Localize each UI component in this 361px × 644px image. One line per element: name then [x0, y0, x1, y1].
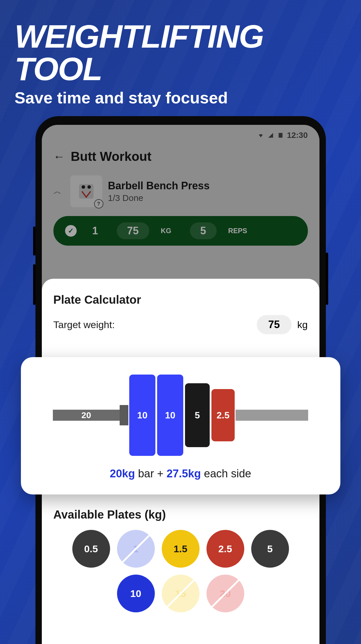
collar	[120, 405, 128, 425]
barbell-visualization: 20 10 10 5 2.5	[33, 375, 329, 456]
summary-end-text: each side	[201, 467, 251, 480]
signal-icon	[267, 132, 275, 138]
exercise-progress: 1/3 Done	[108, 193, 308, 203]
set-row[interactable]: ✓ 1 75 KG 5 REPS	[53, 216, 308, 246]
set-number: 1	[92, 225, 98, 237]
plate-chip-2-5[interactable]: 2.5	[206, 530, 244, 568]
exercise-card[interactable]: ︿ Barbell Bench Press 1/3 Done	[42, 172, 319, 216]
svg-rect-0	[279, 133, 282, 138]
available-plates-title: Available Plates (kg)	[53, 508, 308, 521]
plate-visualization-card: 20 10 10 5 2.5 20kg bar + 27.5kg each si…	[21, 357, 340, 494]
plate-10kg: 10	[157, 375, 183, 456]
volume-up-button	[33, 226, 35, 256]
set-weight-unit: KG	[161, 227, 171, 235]
back-arrow-icon[interactable]: ←	[53, 150, 65, 163]
exercise-illustration-icon	[76, 181, 96, 202]
summary-bar-weight: 20kg	[110, 467, 135, 480]
set-reps-unit: REPS	[228, 227, 247, 235]
plate-chip-1-5[interactable]: 1.5	[162, 530, 200, 568]
set-weight-value[interactable]: 75	[117, 222, 149, 239]
status-time: 12:30	[287, 131, 308, 140]
battery-icon	[276, 132, 285, 138]
target-weight-unit: kg	[297, 319, 308, 330]
chevron-up-icon[interactable]: ︿	[53, 186, 64, 197]
plate-chip-5[interactable]: 5	[251, 530, 289, 568]
target-weight-label: Target weight:	[53, 319, 115, 330]
set-reps-value[interactable]: 5	[190, 222, 217, 239]
plate-2-5kg: 2.5	[211, 389, 235, 441]
hero-subtitle: Save time and stay focused	[15, 88, 346, 107]
svg-point-2	[82, 185, 85, 189]
page-title: Butt Workout	[71, 149, 152, 164]
wifi-icon	[257, 132, 265, 138]
summary-side-weight: 27.5kg	[166, 467, 201, 480]
hero-title: WEIGHTLIFTING TOOL	[15, 20, 346, 85]
check-icon[interactable]: ✓	[65, 225, 77, 237]
plate-5kg: 5	[185, 383, 210, 447]
summary-mid-text: bar +	[135, 467, 167, 480]
volume-down-button	[33, 264, 35, 305]
sheet-title: Plate Calculator	[53, 293, 308, 306]
app-header: ← Butt Workout	[42, 146, 319, 172]
plate-chip-1[interactable]: 1	[117, 530, 155, 568]
exercise-name: Barbell Bench Press	[108, 180, 308, 192]
plate-chip-15[interactable]: 15	[162, 575, 200, 612]
plate-chip-20[interactable]: 20	[206, 575, 244, 612]
status-bar: 12:30	[42, 125, 319, 146]
power-button	[326, 253, 328, 305]
exercise-image[interactable]	[70, 175, 102, 207]
plate-10kg: 10	[129, 375, 155, 456]
target-weight-input[interactable]: 75	[257, 315, 292, 334]
svg-point-3	[87, 185, 91, 189]
bar-right-segment	[236, 410, 308, 421]
plate-chip-10[interactable]: 10	[117, 575, 155, 612]
bar-left-segment: 20	[53, 410, 120, 421]
visualization-summary: 20kg bar + 27.5kg each side	[33, 467, 329, 480]
available-plates-section: Available Plates (kg) 0.5 1 1.5 2.5 5 10…	[42, 491, 319, 644]
plate-chip-0-5[interactable]: 0.5	[72, 530, 110, 568]
